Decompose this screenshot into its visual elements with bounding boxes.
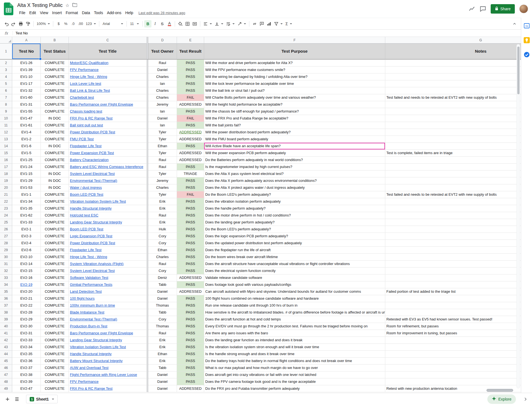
- sheet-tab-menu-caret[interactable]: [52, 399, 54, 400]
- cell-notes[interactable]: [385, 157, 521, 164]
- cell-test-no[interactable]: EV1-47: [12, 115, 41, 122]
- row-header[interactable]: 33: [0, 274, 12, 281]
- row-header[interactable]: 40: [0, 323, 12, 330]
- cell-test-title[interactable]: Battery Mount Structural Integrity: [69, 358, 147, 365]
- cell-test-status[interactable]: COMPLETE: [41, 323, 69, 330]
- cell-test-result[interactable]: PASS: [177, 240, 204, 247]
- cell-test-purpose[interactable]: Will the lock lever performance be accep…: [204, 80, 385, 87]
- cell-notes[interactable]: [385, 205, 521, 212]
- cell-test-no[interactable]: EV1-25: [12, 157, 41, 164]
- cell-test-no[interactable]: EV1-29: [12, 177, 41, 184]
- cell-test-status[interactable]: COMPLETE: [41, 247, 69, 254]
- cell-test-purpose[interactable]: Does the motor drive perform in hot / co…: [204, 212, 385, 219]
- cell-test-purpose[interactable]: 100 flight hours combined on release can…: [204, 295, 385, 302]
- cell-notes[interactable]: [385, 268, 521, 274]
- cell-test-title[interactable]: Vibration Isolation System Life Test: [69, 344, 147, 351]
- insert-comment-button[interactable]: [258, 20, 265, 27]
- cell-test-title[interactable]: Battery Characterization: [69, 157, 147, 164]
- cell-notes[interactable]: [385, 198, 521, 205]
- cell-test-purpose[interactable]: Does the landing gear function as intend…: [204, 337, 385, 344]
- cell-test-title[interactable]: Ball Link & Strut Life Test: [69, 87, 147, 94]
- cell-test-no[interactable]: EV2-15: [12, 268, 41, 274]
- test-title-link[interactable]: Land Detection Test: [70, 289, 102, 294]
- test-title-link[interactable]: Handle Structural Integrity: [70, 352, 112, 356]
- cell-test-owner[interactable]: Ethan: [148, 143, 177, 150]
- menu-file[interactable]: File: [17, 10, 27, 16]
- cell-test-status[interactable]: COMPLETE: [41, 330, 69, 337]
- cell-test-result[interactable]: PASS: [177, 378, 204, 385]
- cell-test-no[interactable]: EV2-19: [12, 281, 41, 288]
- test-title-link[interactable]: Blade Imbalance Test: [70, 310, 104, 314]
- cell-test-purpose[interactable]: Do the Boom LED's perform adequately?: [204, 226, 385, 233]
- cell-test-purpose[interactable]: Is the handle strong enough and does it …: [204, 351, 385, 358]
- cell-test-result[interactable]: PASS: [177, 184, 204, 191]
- cell-notes[interactable]: Test failed and needs to be retested at …: [385, 191, 521, 198]
- cell-test-purpose[interactable]: How senstive is the aircraft to imbalanc…: [204, 309, 385, 316]
- cell-notes[interactable]: [385, 87, 521, 94]
- row-header[interactable]: 8: [0, 101, 12, 108]
- cell-test-purpose[interactable]: Can aircraft autoland with Mpro and skyv…: [204, 288, 385, 295]
- cell-notes[interactable]: [385, 337, 521, 344]
- row-header[interactable]: 46: [0, 365, 12, 371]
- menu-format[interactable]: Format: [64, 10, 80, 16]
- cell-notes[interactable]: [385, 108, 521, 115]
- cell-test-result[interactable]: PASS: [177, 295, 204, 302]
- cell-test-owner[interactable]: Erik: [148, 358, 177, 365]
- cell-test-status[interactable]: COMPLETE: [41, 268, 69, 274]
- cell-test-title[interactable]: Hinge Life Test - Wiring: [69, 73, 147, 80]
- cell-test-result[interactable]: ADDRESSED: [177, 150, 204, 157]
- insert-chart-button[interactable]: [265, 20, 273, 27]
- cell-test-title[interactable]: Chassis loading test: [69, 108, 147, 115]
- cell-test-owner[interactable]: Daniel: [148, 288, 177, 295]
- cell-test-status[interactable]: COMPLETE: [41, 378, 69, 385]
- cell-test-result[interactable]: FAIL: [177, 115, 204, 122]
- cell-test-status[interactable]: COMPLETE: [41, 122, 69, 129]
- cell-test-status[interactable]: COMPLETE: [41, 108, 69, 115]
- cell-test-title[interactable]: Boom LED PCB Test: [69, 226, 147, 233]
- cell-test-title[interactable]: Gimbal Performance Tests: [69, 281, 147, 288]
- cell-notes[interactable]: Room for improvement in tuning, but pass…: [385, 330, 521, 337]
- cell-test-result[interactable]: PASS: [177, 261, 204, 268]
- cell-test-result[interactable]: PASS: [177, 323, 204, 330]
- cell-test-owner[interactable]: Thomas: [148, 323, 177, 330]
- row-header[interactable]: 15: [0, 150, 12, 157]
- test-title-link[interactable]: Gimbal Performance Tests: [70, 282, 112, 287]
- row-header[interactable]: 45: [0, 358, 12, 365]
- cell-notes[interactable]: [385, 371, 521, 378]
- test-title-link[interactable]: AUW and Overload Test: [70, 366, 108, 370]
- horizontal-scrollbar-thumb[interactable]: [487, 389, 513, 392]
- cell-test-title[interactable]: 100hr minimum Burn in time: [69, 302, 147, 309]
- cell-test-status[interactable]: COMPLETE: [41, 302, 69, 309]
- test-title-link[interactable]: Landing Gear Structural Integrity: [70, 338, 122, 342]
- test-title-link[interactable]: Environmental Test (Thermal): [70, 317, 117, 321]
- cell-test-status[interactable]: COMPLETE: [41, 150, 69, 157]
- cell-test-result[interactable]: PASS: [177, 87, 204, 94]
- cell-test-result[interactable]: PASS: [177, 67, 204, 73]
- cell-test-no[interactable]: EV1-53: [12, 184, 41, 191]
- test-title-link[interactable]: Charliebolt test: [70, 95, 94, 100]
- test-title-link[interactable]: FPV Performance: [70, 379, 98, 384]
- calendar-icon[interactable]: 31: [524, 23, 530, 29]
- cell-test-status[interactable]: COMPLETE: [41, 288, 69, 295]
- cell-test-no[interactable]: EV1-60: [12, 94, 41, 101]
- cell-test-no[interactable]: EV2-31: [12, 330, 41, 337]
- row-header[interactable]: 22: [0, 198, 12, 205]
- cell-test-purpose[interactable]: What is our max payload and how much mar…: [204, 365, 385, 371]
- cell-test-owner[interactable]: Erik: [148, 205, 177, 212]
- cell-test-purpose[interactable]: Do the Batteries perform adequately in r…: [204, 157, 385, 164]
- result-link[interactable]: ADDRESSED: [179, 130, 202, 134]
- cell-test-result[interactable]: PASS: [177, 351, 204, 358]
- cell-test-owner[interactable]: Charles: [148, 87, 177, 94]
- cell-test-owner[interactable]: Raul: [148, 157, 177, 164]
- test-title-link[interactable]: Battery and ESC Wiring Compass Interefen…: [70, 165, 143, 169]
- cell-test-no[interactable]: EV2-47: [12, 385, 41, 392]
- cell-test-status[interactable]: COMPLETE: [41, 240, 69, 247]
- cell-test-no[interactable]: EV2-38: [12, 371, 41, 378]
- cell-test-owner[interactable]: Erik: [148, 337, 177, 344]
- cell-test-no[interactable]: EV2-6: [12, 247, 41, 254]
- cell-notes[interactable]: [385, 302, 521, 309]
- cell-test-result[interactable]: PASS: [177, 233, 204, 240]
- cell-notes[interactable]: [385, 177, 521, 184]
- row-header[interactable]: 35: [0, 288, 12, 295]
- cell-test-owner[interactable]: Jeremy: [148, 101, 177, 108]
